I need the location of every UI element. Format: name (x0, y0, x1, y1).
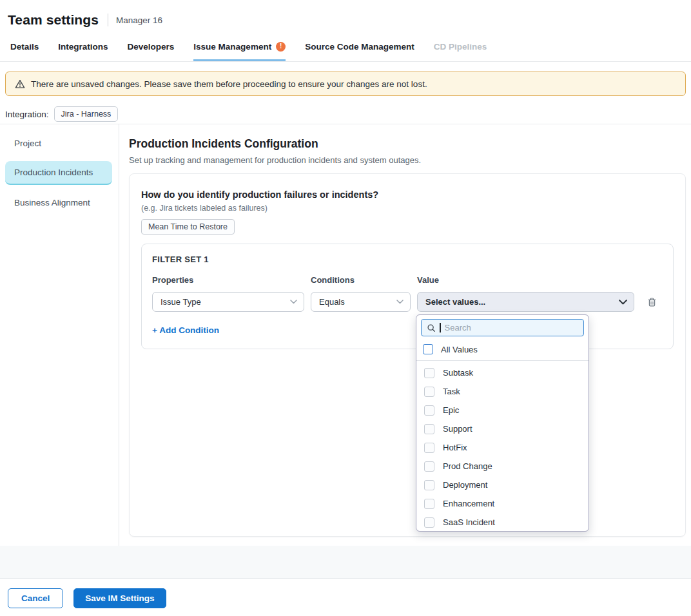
checkbox[interactable] (424, 517, 434, 528)
cancel-button[interactable]: Cancel (8, 588, 63, 608)
settings-sidebar: Project Production Incidents Business Al… (0, 124, 119, 546)
sidebar-item-label: Project (14, 139, 41, 148)
sidebar-item-business-alignment[interactable]: Business Alignment (5, 191, 112, 214)
integration-row: Integration: Jira - Harness (5, 106, 686, 122)
tab-source-code-management[interactable]: Source Code Management (305, 32, 414, 61)
tab-developers[interactable]: Developers (128, 32, 175, 61)
option-label: SaaS Incident (443, 517, 495, 527)
add-condition-button[interactable]: + Add Condition (152, 325, 219, 335)
option-label: Epic (443, 405, 459, 415)
page-header: Team settings Manager 16 (0, 0, 691, 32)
option-label: Support (443, 424, 472, 434)
tab-label: Developers (128, 42, 175, 52)
chevron-down-icon (290, 300, 297, 304)
sidebar-item-label: Business Alignment (14, 198, 90, 207)
option-support[interactable]: Support (416, 419, 589, 438)
alert-badge-icon: ! (276, 42, 286, 52)
delete-filter-button[interactable] (645, 295, 659, 309)
metric-tag: Mean Time to Restore (141, 219, 235, 235)
tab-label: CD Pipelines (434, 42, 487, 52)
chevron-down-icon (619, 300, 627, 305)
checkbox[interactable] (424, 424, 434, 434)
option-label: Deployment (443, 480, 487, 490)
option-label: Subtask (443, 368, 473, 378)
filter-set-title: FILTER SET 1 (152, 255, 663, 264)
config-question: How do you identify production failures … (141, 189, 674, 200)
column-header-spacer (641, 275, 663, 285)
option-epic[interactable]: Epic (416, 401, 589, 419)
tab-label: Source Code Management (305, 42, 414, 52)
value-select-placeholder: Select values... (425, 297, 485, 307)
tab-issue-management[interactable]: Issue Management ! (193, 32, 286, 61)
save-im-settings-button[interactable]: Save IM Settings (73, 588, 166, 608)
condition-select-value: Equals (319, 297, 345, 307)
option-label: All Values (441, 345, 478, 354)
filter-grid: Properties Conditions Value Issue Type E… (152, 264, 663, 312)
option-all-values[interactable]: All Values (416, 340, 589, 361)
option-saas-incident[interactable]: SaaS Incident (416, 513, 589, 532)
content-bottom-spacer (0, 546, 691, 578)
search-icon (427, 323, 436, 332)
checkbox[interactable] (424, 499, 434, 509)
option-subtask[interactable]: Subtask (416, 363, 589, 382)
tab-label: Details (10, 42, 39, 52)
checkbox[interactable] (424, 443, 434, 453)
tab-details[interactable]: Details (10, 32, 39, 61)
checkbox[interactable] (424, 405, 434, 416)
page-title: Team settings (8, 12, 99, 28)
option-prod-change[interactable]: Prod Change (416, 457, 589, 476)
column-header-value: Value (417, 275, 634, 285)
footer-bar: Cancel Save IM Settings (0, 578, 691, 616)
sidebar-item-project[interactable]: Project (5, 132, 112, 155)
checkbox-all-values[interactable] (423, 344, 433, 354)
condition-select[interactable]: Equals (311, 292, 411, 312)
integration-label: Integration: (5, 110, 49, 119)
tab-label: Issue Management (193, 42, 271, 52)
option-label: HotFix (443, 443, 467, 452)
sidebar-item-production-incidents[interactable]: Production Incidents (5, 161, 112, 185)
option-enhancement[interactable]: Enhancement (416, 494, 589, 513)
integration-chip[interactable]: Jira - Harness (54, 106, 119, 122)
trash-icon (647, 297, 657, 307)
value-select[interactable]: Select values... (417, 292, 634, 312)
section-title: Production Incidents Configuration (129, 137, 686, 151)
options-list: Subtask Task Epic Support HotFix Prod Ch… (416, 361, 589, 532)
column-header-properties: Properties (152, 275, 304, 285)
unsaved-changes-banner: There are unsaved changes. Please save t… (5, 72, 686, 96)
header-context: Manager 16 (116, 15, 162, 25)
text-cursor (440, 323, 441, 332)
option-hotfix[interactable]: HotFix (416, 438, 589, 457)
checkbox[interactable] (424, 387, 434, 397)
option-deployment[interactable]: Deployment (416, 476, 589, 494)
option-label: Prod Change (443, 461, 492, 471)
option-label: Task (443, 387, 460, 396)
search-input[interactable] (445, 323, 579, 332)
main-panel: Production Incidents Configuration Set u… (119, 124, 691, 546)
tab-bar: Details Integrations Developers Issue Ma… (0, 32, 691, 62)
checkbox[interactable] (424, 461, 434, 472)
checkbox[interactable] (424, 480, 434, 490)
filter-set-1: FILTER SET 1 Properties Conditions Value… (141, 244, 674, 349)
chevron-down-icon (396, 300, 404, 304)
option-label: Enhancement (443, 499, 494, 508)
sidebar-item-label: Production Incidents (14, 168, 93, 177)
banner-message: There are unsaved changes. Please save t… (31, 79, 427, 89)
dropdown-search[interactable] (421, 319, 584, 336)
tab-cd-pipelines: CD Pipelines (434, 32, 487, 61)
section-subtitle: Set up tracking and management for produ… (129, 155, 686, 165)
tab-integrations[interactable]: Integrations (58, 32, 108, 61)
config-hint: (e.g. Jira tickets labeled as failures) (141, 204, 674, 213)
title-divider (108, 14, 108, 26)
column-header-conditions: Conditions (311, 275, 411, 285)
value-multiselect-dropdown: All Values Subtask Task Epic Support Hot… (416, 314, 589, 532)
row-actions (641, 292, 663, 312)
property-select-value: Issue Type (161, 297, 201, 307)
warning-triangle-icon (15, 79, 25, 89)
incidents-config-card: How do you identify production failures … (129, 173, 686, 537)
property-select[interactable]: Issue Type (152, 292, 304, 312)
option-task[interactable]: Task (416, 382, 589, 401)
checkbox[interactable] (424, 368, 434, 378)
tab-label: Integrations (58, 42, 108, 52)
